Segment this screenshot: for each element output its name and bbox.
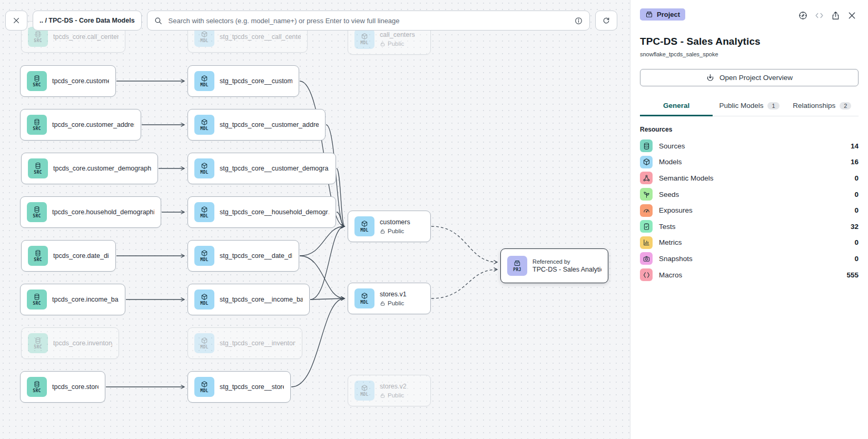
cube-icon: MDL [194,377,214,397]
unlock-icon [380,301,386,306]
node-type-badge: MDL [200,302,208,306]
resource-label: Models [659,158,844,166]
seed-icon [640,188,653,201]
node-label: stores.v1 [380,291,407,298]
lineage-canvas[interactable]: .. / TPC-DS - Core Data Models SRCtpcds_… [0,0,630,439]
node-label: tpcds_core.customer_demographics [53,165,151,172]
unlock-icon [380,41,386,47]
resource-label: Metrics [659,238,848,246]
lineage-toolbar: .. / TPC-DS - Core Data Models [5,11,617,31]
search-input[interactable] [167,16,569,25]
open-project-overview-button[interactable]: Open Project Overview [640,69,859,86]
resource-row-models[interactable]: Models16 [640,154,859,171]
node-type-badge: PRJ [513,268,521,272]
node-label: call_centers [380,31,415,38]
lineage-node-s-customer[interactable]: SRCtpcds_core.customer [20,65,116,97]
open-overview-icon [706,73,715,82]
database-icon: SRC [27,377,47,397]
node-type-badge: MDL [360,41,368,45]
cube-icon: MDL [194,246,214,266]
compass-icon [798,11,808,21]
tab-public-models[interactable]: Public Models1 [713,97,785,116]
node-visibility: Public [380,300,407,306]
lineage-node-p-stores-v2[interactable]: MDLstores.v2Public [348,375,431,406]
lineage-node-m-customer[interactable]: MDLstg_tpcds_core__customer [188,65,299,97]
lineage-node-s-income-band[interactable]: SRCtpcds_core.income_band [20,284,125,315]
lineage-node-s-store[interactable]: SRCtpcds_core.store [20,371,105,403]
share-button[interactable] [829,9,842,22]
resource-row-tests[interactable]: Tests32 [640,218,859,235]
node-text: call_centersPublic [380,31,415,47]
lineage-node-m-date-dim[interactable]: MDLstg_tpcds_core__date_dim [188,240,299,272]
refresh-lineage-button[interactable] [595,11,617,31]
database-icon: SRC [27,202,47,222]
view-code-button[interactable] [813,9,826,22]
lineage-node-s-inventory[interactable]: SRCtpcds_core.inventory [21,327,119,359]
lineage-node-m-store[interactable]: MDLstg_tpcds_core__store [188,371,291,403]
resource-row-macros[interactable]: Macros555 [640,267,859,283]
cube-icon: MDL [194,290,214,310]
lineage-node-m-customer-address[interactable]: MDLstg_tpcds_core__customer_address [188,109,326,141]
close-panel-button[interactable] [845,9,859,22]
node-visibility: Public [380,392,407,398]
node-visibility-label: Public [388,300,404,306]
panel-actions [796,9,859,22]
lineage-node-s-customer-demographics[interactable]: SRCtpcds_core.customer_demographics [21,153,158,184]
resource-row-snapshots[interactable]: Snapshots0 [640,251,859,267]
lineage-node-s-customer-address[interactable]: SRCtpcds_core.customer_address [20,109,141,141]
database-icon [640,139,653,152]
explore-lineage-button[interactable] [796,9,810,22]
lineage-node-p-stores-v1[interactable]: MDLstores.v1Public [348,283,431,314]
lineage-node-prj[interactable]: PRJReferenced byTPC-DS - Sales Analytics [500,248,608,283]
node-text: Referenced byTPC-DS - Sales Analytics [532,258,601,273]
lineage-node-m-income-band[interactable]: MDLstg_tpcds_core__income_band [188,284,310,315]
tab-general[interactable]: General [640,97,713,116]
node-text: stg_tpcds_core__date_dim [220,252,292,260]
node-label: stg_tpcds_core__inventory [220,340,295,347]
tab-label: General [663,102,689,109]
node-label: tpcds_core.customer_address [52,121,134,128]
node-visibility: Public [380,41,415,47]
resources-header: Resources [640,126,859,133]
node-label: tpcds_core.income_band [52,296,119,303]
database-icon: SRC [27,71,47,91]
node-label: TPC-DS - Sales Analytics [532,266,601,273]
node-type-badge: MDL [360,301,368,305]
lineage-node-p-customers[interactable]: MDLcustomersPublic [348,211,431,242]
database-icon: SRC [28,158,48,178]
node-text: tpcds_core.store [52,383,98,391]
node-text: tpcds_core.income_band [52,296,119,303]
node-label: stg_tpcds_core__customer_demogra… [220,165,329,172]
resource-row-metrics[interactable]: Metrics0 [640,235,859,251]
resource-row-exposures[interactable]: Exposures0 [640,202,859,218]
cube-icon: MDL [194,158,214,178]
lineage-node-s-household-demographics[interactable]: SRCtpcds_core.household_demographics [20,196,161,228]
node-text: stg_tpcds_core__customer_demogra… [220,165,329,172]
close-lineage-button[interactable] [5,11,27,31]
cube-icon [640,156,653,168]
tab-count-badge: 1 [767,102,779,109]
resource-row-sources[interactable]: Sources14 [640,138,859,154]
lineage-node-m-customer-demographics[interactable]: MDLstg_tpcds_core__customer_demogra… [188,153,336,184]
node-label: customers [380,218,410,226]
resource-count: 32 [851,223,859,231]
edge-p-customers-prj [431,226,497,262]
lineage-node-s-date-dim[interactable]: SRCtpcds_core.date_dim [21,240,116,272]
lineage-node-m-household-demographics[interactable]: MDLstg_tpcds_core__household_demogr… [188,196,336,228]
resource-row-semantic-models[interactable]: Semantic Models0 [640,170,859,186]
node-text: stg_tpcds_core__call_center [220,33,301,41]
node-text: stg_tpcds_core__inventory [220,340,295,347]
node-text: tpcds_core.customer_demographics [53,165,151,172]
resource-row-seeds[interactable]: Seeds0 [640,186,859,203]
breadcrumb[interactable]: .. / TPC-DS - Core Data Models [33,11,142,31]
unlock-icon [380,393,386,398]
panel-tabs: GeneralPublic Models1Relationships2 [640,97,859,116]
breadcrumb-label: .. / TPC-DS - Core Data Models [40,17,135,24]
node-type-badge: SRC [34,258,42,262]
info-icon[interactable] [574,16,583,25]
node-type-badge: MDL [200,83,208,87]
lineage-node-m-inventory[interactable]: MDLstg_tpcds_core__inventory [188,327,302,359]
tab-relationships[interactable]: Relationships2 [786,97,859,116]
node-label: stg_tpcds_core__customer [220,77,292,85]
resource-count: 0 [854,206,859,214]
